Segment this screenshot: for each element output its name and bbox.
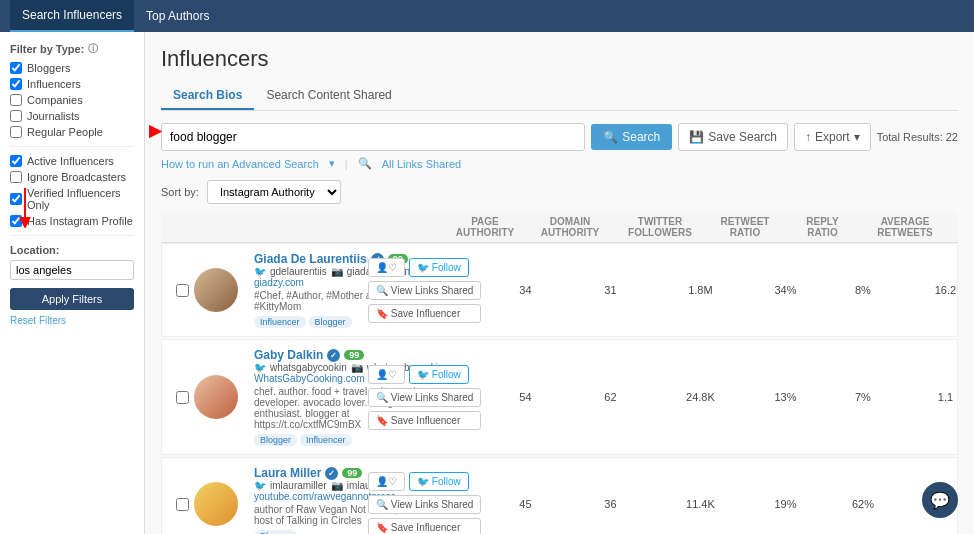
reply-ratio-value: 62%	[825, 498, 900, 510]
twitter-followers-value: 24.8K	[655, 391, 745, 403]
influencers-checkbox[interactable]	[10, 78, 22, 90]
ignore-broadcasters-checkbox[interactable]	[10, 171, 22, 183]
col-avg-retweets: AVERAGERETWEETS	[860, 216, 950, 238]
filter-bloggers[interactable]: Bloggers	[10, 62, 134, 74]
actions-cell: 👤♡ 🐦 Follow 🔍 View Links Shared 🔖 Save I…	[364, 472, 485, 535]
col-page-authority: PAGEAUTHORITY	[445, 216, 525, 238]
instagram-icon: 📷	[351, 362, 363, 373]
search-bar-row: ▶ 🔍 Search 💾 Save Search ↑ Export ▾ Tota…	[161, 123, 958, 151]
retweet-ratio-value: 19%	[745, 498, 825, 510]
save-search-button[interactable]: 💾 Save Search	[678, 123, 788, 151]
instagram-icon: 📷	[331, 266, 343, 277]
chevron-down-icon: ▾	[854, 130, 860, 144]
row-checkbox-cell	[170, 284, 194, 297]
view-links-button[interactable]: 🔍 View Links Shared	[368, 281, 481, 300]
advanced-search-link[interactable]: How to run an Advanced Search	[161, 158, 319, 170]
row-select-checkbox[interactable]	[176, 284, 189, 297]
export-icon: ↑	[805, 130, 811, 144]
location-input[interactable]	[10, 260, 134, 280]
reset-filters-link[interactable]: Reset Filters	[10, 315, 134, 326]
avg-retweets-value: 16.2	[900, 284, 974, 296]
nav-top-authors[interactable]: Top Authors	[134, 0, 221, 32]
avatar	[194, 482, 238, 526]
domain-authority-value: 62	[565, 391, 655, 403]
table-header: PAGEAUTHORITY DOMAINAUTHORITY TWITTERFOL…	[161, 212, 958, 243]
journalists-checkbox[interactable]	[10, 110, 22, 122]
filter-by-type-label: Filter by Type: ⓘ	[10, 42, 134, 56]
reply-ratio-value: 7%	[825, 391, 900, 403]
sort-dropdown[interactable]: Instagram Authority	[207, 180, 341, 204]
save-influencer-button[interactable]: 🔖 Save Influencer	[368, 518, 481, 535]
view-links-button[interactable]: 🔍 View Links Shared	[368, 495, 481, 514]
follow-row: 👤♡ 🐦 Follow	[368, 258, 481, 277]
actions-cell: 👤♡ 🐦 Follow 🔍 View Links Shared 🔖 Save I…	[364, 258, 485, 323]
col-retweet-ratio: RETWEETRATIO	[705, 216, 785, 238]
apply-filters-button[interactable]: Apply Filters	[10, 288, 134, 310]
annotation-arrow-2: ▶	[149, 121, 161, 140]
regular-people-checkbox[interactable]	[10, 126, 22, 138]
chat-bubble[interactable]: 💬	[922, 482, 958, 518]
like-button[interactable]: 👤♡	[368, 258, 405, 277]
row-checkbox-cell	[170, 498, 194, 511]
filter-active-influencers[interactable]: Active Influencers	[10, 155, 134, 167]
bloggers-checkbox[interactable]	[10, 62, 22, 74]
twitter-handle: imlauramiller	[270, 480, 327, 491]
row-checkbox-cell	[170, 391, 194, 404]
sidebar: Filter by Type: ⓘ Bloggers Influencers C…	[0, 32, 145, 534]
export-button[interactable]: ↑ Export ▾	[794, 123, 871, 151]
verified-icon: ✓	[325, 467, 338, 480]
search-button[interactable]: 🔍 Search	[591, 124, 672, 150]
like-button[interactable]: 👤♡	[368, 472, 405, 491]
filter-journalists[interactable]: Journalists	[10, 110, 134, 122]
main-content: Influencers Search Bios Search Content S…	[145, 32, 974, 534]
row-select-checkbox[interactable]	[176, 498, 189, 511]
companies-checkbox[interactable]	[10, 94, 22, 106]
row-select-checkbox[interactable]	[176, 391, 189, 404]
view-links-button[interactable]: 🔍 View Links Shared	[368, 388, 481, 407]
table-row: Giada De Laurentiis ✓ 99 🐦 gdelaurentiis…	[161, 243, 958, 337]
reply-ratio-value: 8%	[825, 284, 900, 296]
domain-authority-value: 31	[565, 284, 655, 296]
like-button[interactable]: 👤♡	[368, 365, 405, 384]
total-results: Total Results: 22	[877, 131, 958, 143]
twitter-handle: gdelaurentiis	[270, 266, 327, 277]
save-influencer-button[interactable]: 🔖 Save Influencer	[368, 304, 481, 323]
location-label: Location:	[10, 244, 134, 256]
avatar-cell: Giada De Laurentiis ✓ 99 🐦 gdelaurentiis…	[194, 252, 364, 328]
follow-button[interactable]: 🐦 Follow	[409, 258, 469, 277]
domain-authority-value: 36	[565, 498, 655, 510]
follow-button[interactable]: 🐦 Follow	[409, 365, 469, 384]
avatar	[194, 268, 238, 312]
advanced-row: How to run an Advanced Search ▾ | 🔍 All …	[161, 157, 958, 170]
save-influencer-button[interactable]: 🔖 Save Influencer	[368, 411, 481, 430]
table-row: Gaby Dalkin ✓ 99 🐦 whatsgabycookin 📷 wha…	[161, 339, 958, 455]
search-tabs: Search Bios Search Content Shared	[161, 82, 958, 111]
avatar-cell: Gaby Dalkin ✓ 99 🐦 whatsgabycookin 📷 wha…	[194, 348, 364, 446]
filter-companies[interactable]: Companies	[10, 94, 134, 106]
active-influencers-checkbox[interactable]	[10, 155, 22, 167]
verified-icon: ✓	[327, 349, 340, 362]
info-icon: ⓘ	[88, 42, 98, 56]
filter-regular-people[interactable]: Regular People	[10, 126, 134, 138]
influencer-name: Gaby Dalkin ✓ 99	[254, 348, 443, 362]
top-nav: Search Influencers Top Authors	[0, 0, 974, 32]
annotation-arrow-1	[10, 188, 40, 228]
influencer-list: Giada De Laurentiis ✓ 99 🐦 gdelaurentiis…	[161, 243, 958, 534]
all-links-link[interactable]: All Links Shared	[382, 158, 462, 170]
tab-search-bios[interactable]: Search Bios	[161, 82, 254, 110]
follow-button[interactable]: 🐦 Follow	[409, 472, 469, 491]
filter-ignore-broadcasters[interactable]: Ignore Broadcasters	[10, 171, 134, 183]
sort-label: Sort by:	[161, 186, 199, 198]
filter-influencers[interactable]: Influencers	[10, 78, 134, 90]
nav-search-influencers[interactable]: Search Influencers	[10, 0, 134, 32]
search-input[interactable]	[161, 123, 585, 151]
tab-search-content[interactable]: Search Content Shared	[254, 82, 403, 110]
search-icon: 🔍	[603, 130, 618, 144]
search-input-wrap: ▶	[161, 123, 585, 151]
retweet-ratio-value: 34%	[745, 284, 825, 296]
page-authority-value: 34	[485, 284, 565, 296]
twitter-icon: 🐦	[254, 266, 266, 277]
twitter-icon: 🐦	[254, 362, 266, 373]
instagram-icon: 📷	[331, 480, 343, 491]
actions-cell: 👤♡ 🐦 Follow 🔍 View Links Shared 🔖 Save I…	[364, 365, 485, 430]
